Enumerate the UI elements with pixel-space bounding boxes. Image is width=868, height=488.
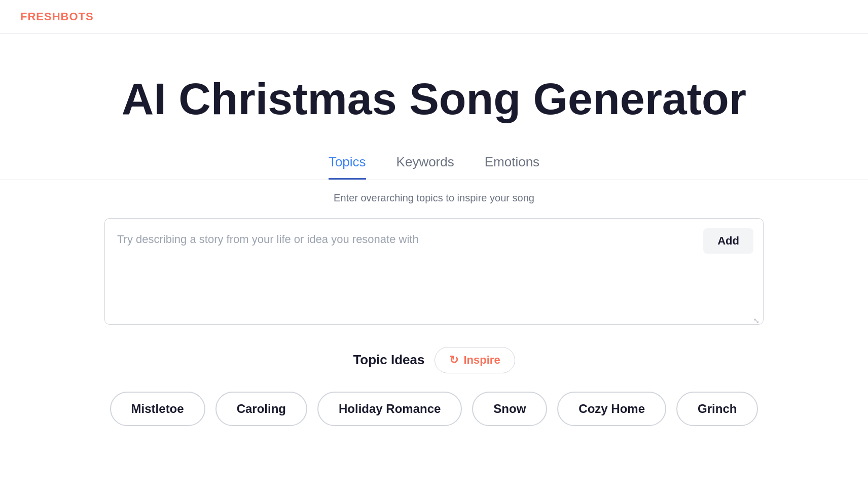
chip-holiday-romance[interactable]: Holiday Romance xyxy=(317,392,462,426)
inspire-button[interactable]: ↻ Inspire xyxy=(435,347,515,373)
tab-divider xyxy=(0,180,868,180)
refresh-icon: ↻ xyxy=(449,354,458,367)
add-button[interactable]: Add xyxy=(703,228,753,254)
main-content: AI Christmas Song Generator Topics Keywo… xyxy=(0,34,868,426)
header: FRESHBOTS xyxy=(0,0,868,34)
tab-topics[interactable]: Topics xyxy=(329,154,366,180)
logo-fresh-text: FRESH xyxy=(20,10,61,23)
tab-emotions[interactable]: Emotions xyxy=(485,154,539,180)
page-title: AI Christmas Song Generator xyxy=(122,75,746,124)
tab-subtitle: Enter overarching topics to inspire your… xyxy=(334,192,534,204)
topic-ideas-label: Topic Ideas xyxy=(353,352,424,368)
logo-bots-text: BOTS xyxy=(61,10,94,23)
tab-nav: Topics Keywords Emotions xyxy=(329,154,539,180)
chip-grinch[interactable]: Grinch xyxy=(676,392,758,426)
resize-handle-icon: ⤡ xyxy=(753,317,760,323)
chip-cozy-home[interactable]: Cozy Home xyxy=(557,392,666,426)
chip-mistletoe[interactable]: Mistletoe xyxy=(110,392,205,426)
chip-caroling[interactable]: Caroling xyxy=(215,392,307,426)
logo: FRESHBOTS xyxy=(20,10,94,23)
inspire-button-label: Inspire xyxy=(463,354,500,367)
tab-keywords[interactable]: Keywords xyxy=(396,154,454,180)
textarea-container: Add ⤡ xyxy=(104,218,764,327)
topic-chips-container: Mistletoe Caroling Holiday Romance Snow … xyxy=(110,392,758,426)
chip-snow[interactable]: Snow xyxy=(472,392,547,426)
topic-ideas-row: Topic Ideas ↻ Inspire xyxy=(353,347,515,373)
topic-textarea[interactable] xyxy=(104,218,764,325)
